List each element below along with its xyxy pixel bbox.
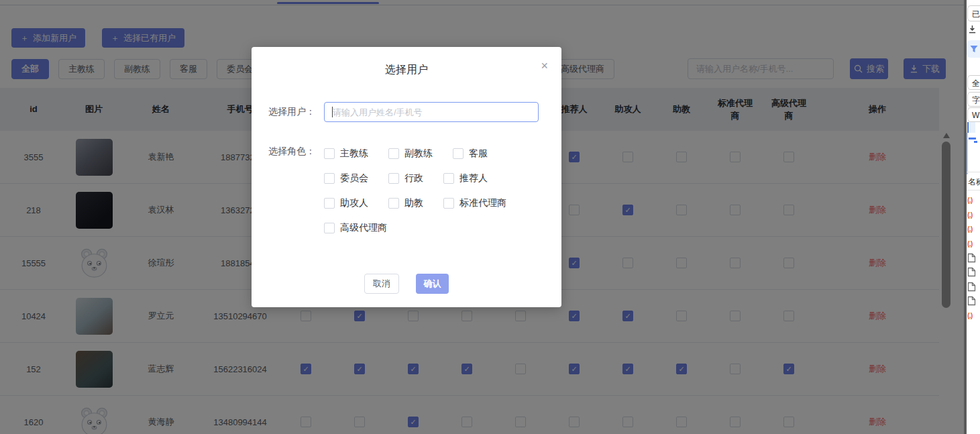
panel-button-partial[interactable]: 全 <box>967 75 980 90</box>
role-row: 主教练副教练客服 <box>324 146 527 162</box>
text-cursor <box>967 122 975 133</box>
resource-item[interactable]: (.) <box>967 237 980 250</box>
panel-button-partial[interactable]: 已 <box>967 5 980 21</box>
role-option-label: 主教练 <box>340 148 368 160</box>
panel-dash <box>974 141 977 143</box>
role-option-label: 副教练 <box>404 148 433 160</box>
role-row: 助攻人助教标准代理商 <box>324 195 527 211</box>
dialog-title: 选择用户 <box>252 47 561 77</box>
resource-item[interactable] <box>967 251 980 264</box>
resource-item[interactable]: (.) <box>967 208 980 221</box>
role-checkbox[interactable] <box>324 173 335 184</box>
role-option[interactable]: 助教 <box>388 197 423 209</box>
role-checkbox[interactable] <box>388 198 399 209</box>
role-option-label: 助攻人 <box>340 197 368 209</box>
role-checkbox[interactable] <box>443 198 454 209</box>
dialog-footer: 取消 确认 <box>252 274 561 294</box>
role-option[interactable]: 高级代理商 <box>324 222 387 234</box>
role-option-label: 高级代理商 <box>340 222 387 234</box>
resource-item[interactable]: (.) <box>967 222 980 235</box>
role-checkbox[interactable] <box>388 148 399 159</box>
role-checkbox[interactable] <box>324 148 335 159</box>
role-option[interactable]: 行政 <box>388 172 423 184</box>
resource-item[interactable] <box>967 294 980 308</box>
role-option-label: 推荐人 <box>459 172 488 184</box>
select-user-dialog: 选择用户 × 选择用户： 选择角色： 主教练副教练客服委员会行政推荐人助攻人助教… <box>252 47 561 307</box>
panel-highlight-border <box>967 133 968 174</box>
resource-item[interactable]: (.) <box>967 193 980 207</box>
resource-list-header: 名称 <box>968 176 980 188</box>
file-icon <box>967 296 976 306</box>
role-option-label: 客服 <box>469 148 488 160</box>
select-role-field-row: 选择角色： 主教练副教练客服委员会行政推荐人助攻人助教标准代理商高级代理商 <box>268 146 527 245</box>
select-user-field-row: 选择用户： <box>268 102 539 122</box>
divider <box>967 190 980 191</box>
role-checkbox[interactable] <box>324 223 335 233</box>
role-checkbox-grid: 主教练副教练客服委员会行政推荐人助攻人助教标准代理商高级代理商 <box>324 146 527 245</box>
filter-funnel-icon[interactable] <box>967 40 980 58</box>
role-row: 高级代理商 <box>324 220 527 236</box>
cancel-button[interactable]: 取消 <box>364 274 399 294</box>
file-icon <box>967 267 976 277</box>
panel-button-partial[interactable]: W <box>967 107 980 122</box>
download-icon[interactable] <box>968 24 977 36</box>
role-option-label: 助教 <box>404 197 423 209</box>
close-icon[interactable]: × <box>541 60 548 72</box>
panel-button-partial[interactable]: 字 <box>967 92 980 107</box>
role-checkbox[interactable] <box>324 198 335 209</box>
text-cursor <box>332 107 333 117</box>
role-option[interactable]: 助攻人 <box>324 197 368 209</box>
role-option-label: 标准代理商 <box>459 197 506 209</box>
resource-item[interactable] <box>967 266 980 279</box>
role-option[interactable]: 副教练 <box>388 148 433 160</box>
browser-extension-panel: 已 全 字 W 名称 (.)(.)(.)(.)(.) <box>964 0 980 434</box>
code-icon: (.) <box>967 196 972 204</box>
code-icon: (.) <box>967 239 972 248</box>
code-icon: (.) <box>967 225 972 233</box>
role-option-label: 行政 <box>404 172 423 184</box>
role-row: 委员会行政推荐人 <box>324 170 527 186</box>
select-role-label: 选择角色： <box>268 146 324 245</box>
confirm-button[interactable]: 确认 <box>416 274 449 294</box>
code-icon: (.) <box>967 211 972 219</box>
role-option[interactable]: 委员会 <box>324 172 368 184</box>
role-checkbox[interactable] <box>443 173 454 184</box>
file-icon <box>967 253 976 263</box>
role-option[interactable]: 标准代理商 <box>443 197 506 209</box>
role-checkbox[interactable] <box>388 173 399 184</box>
resource-item[interactable]: (.) <box>967 309 980 322</box>
resource-item[interactable] <box>967 280 980 293</box>
select-user-label: 选择用户： <box>268 106 324 118</box>
role-option-label: 委员会 <box>340 172 368 184</box>
role-option[interactable]: 客服 <box>453 148 488 160</box>
role-option[interactable]: 主教练 <box>324 148 368 160</box>
user-search-input[interactable] <box>324 102 539 122</box>
file-icon <box>967 282 976 292</box>
role-option[interactable]: 推荐人 <box>443 172 488 184</box>
divider <box>967 172 980 172</box>
panel-dash <box>969 138 976 140</box>
role-checkbox[interactable] <box>453 148 464 159</box>
code-icon: (.) <box>967 311 972 319</box>
